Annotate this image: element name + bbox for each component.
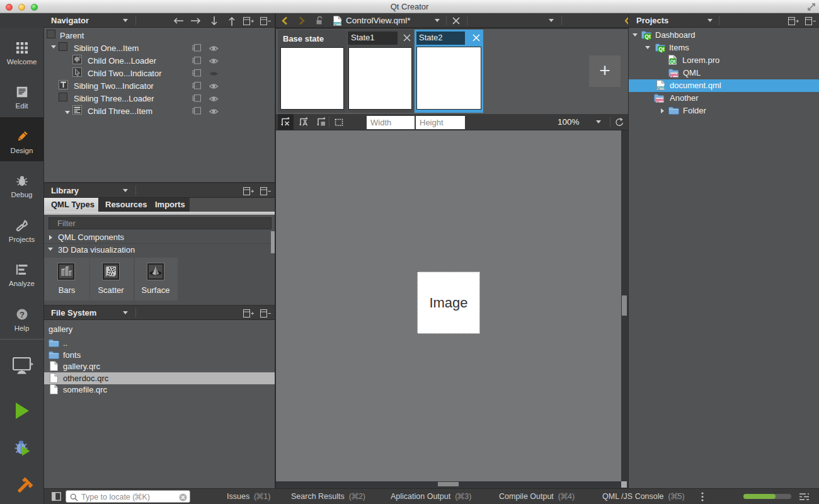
svg-text:?: ?	[20, 309, 25, 319]
